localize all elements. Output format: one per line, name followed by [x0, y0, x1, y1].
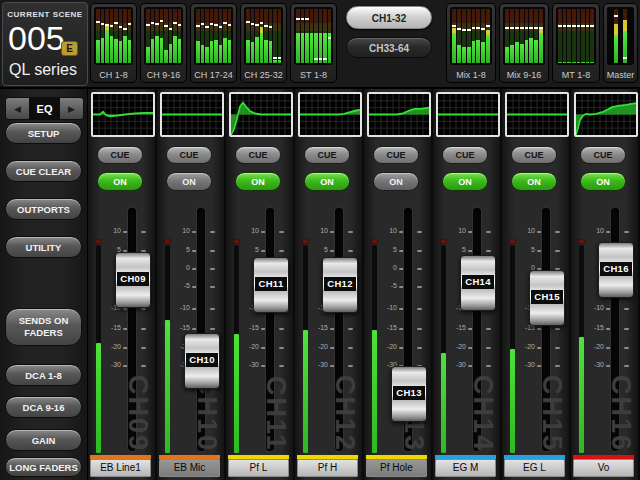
current-scene-panel: CURRENT SCENE 005 E QL series [2, 2, 88, 86]
fader-cap-label: CH11 [255, 277, 287, 291]
eq-curve-thumbnail[interactable] [91, 92, 155, 137]
channel-name-label[interactable]: EB Mic [159, 459, 220, 477]
meter-window [503, 7, 545, 65]
fader-area: 1050-5-10-15-20-30CH10CH10 [157, 201, 224, 453]
on-button[interactable]: ON [442, 172, 488, 191]
fader-cap[interactable]: CH16 [598, 242, 634, 298]
fader-scale-label: 10 [433, 227, 466, 235]
fader-cap-label: CH13 [393, 386, 425, 400]
fader-cap[interactable]: CH09 [115, 252, 151, 308]
scale-tick [279, 231, 284, 233]
channel-watermark: CH14 [467, 375, 498, 452]
scale-tick [624, 365, 629, 367]
on-button[interactable]: ON [580, 172, 626, 191]
fader-scale-label: -15 [88, 324, 121, 332]
cue-button[interactable]: CUE [442, 146, 488, 164]
outports-button[interactable]: OUTPORTS [5, 198, 82, 220]
eq-curve-thumbnail[interactable] [367, 92, 431, 137]
dca-1-8-button[interactable]: DCA 1-8 [5, 364, 82, 386]
meter-block-label: CH 9-16 [141, 70, 186, 80]
scale-tick [210, 250, 215, 252]
cue-button[interactable]: CUE [511, 146, 557, 164]
meter-block-mix-9-16[interactable]: Mix 9-16 [499, 3, 549, 83]
meter-window [294, 7, 333, 65]
fader-scale-label: -20 [295, 343, 328, 351]
view-next-arrow-button[interactable]: ▶ [60, 98, 83, 119]
eq-curve-thumbnail[interactable] [505, 92, 569, 137]
fader-scale-label: 10 [295, 227, 328, 235]
bank-button-ch33-64[interactable]: CH33-64 [346, 37, 432, 58]
fader-cap[interactable]: CH11 [253, 257, 289, 313]
scale-tick [279, 365, 284, 367]
scale-tick [624, 231, 629, 233]
cue-button[interactable]: CUE [373, 146, 419, 164]
channel-name-label[interactable]: EG M [435, 459, 496, 477]
fader-scale-label: -15 [226, 324, 259, 332]
eq-curve-thumbnail[interactable] [436, 92, 500, 137]
cue-button[interactable]: CUE [97, 146, 143, 164]
meter-bar [119, 9, 123, 63]
fader-cap[interactable]: CH12 [322, 257, 358, 313]
meter-block-ch-25-32[interactable]: CH 25-32 [240, 3, 287, 83]
fader-cap[interactable]: CH13 [391, 366, 427, 422]
channel-name-label[interactable]: EB Line1 [90, 459, 151, 477]
meter-block-mt-1-8[interactable]: MT 1-8 [552, 3, 600, 83]
fader-scale-label: -20 [433, 343, 466, 351]
fader-cap[interactable]: CH10 [184, 333, 220, 389]
channel-meter-fill [234, 334, 239, 453]
channel-name-label[interactable]: Vo [573, 459, 634, 477]
cue-button[interactable]: CUE [580, 146, 626, 164]
channel-name-label[interactable]: EG L [504, 459, 565, 477]
scale-tick [417, 231, 422, 233]
meter-block-st-1-8[interactable]: ST 1-8 [290, 3, 337, 83]
eq-curve-thumbnail[interactable] [160, 92, 224, 137]
scale-tick [417, 347, 422, 349]
meter-bar [273, 9, 277, 63]
cue-button[interactable]: CUE [304, 146, 350, 164]
meter-bar [269, 9, 273, 63]
utility-button[interactable]: UTILITY [5, 236, 82, 258]
setup-button[interactable]: SETUP [5, 122, 82, 144]
bank-button-ch1-32[interactable]: CH1-32 [346, 6, 432, 29]
on-button[interactable]: ON [166, 172, 212, 191]
gain-button[interactable]: GAIN [5, 429, 82, 451]
scale-tick [486, 347, 491, 349]
fader-scale-label: 5 [502, 246, 535, 254]
fader-cap[interactable]: CH15 [529, 270, 565, 326]
meter-bar [467, 9, 471, 63]
meter-block-ch-9-16[interactable]: CH 9-16 [140, 3, 187, 83]
eq-curve-thumbnail[interactable] [298, 92, 362, 137]
eq-curve-thumbnail[interactable] [229, 92, 293, 137]
meter-bar [223, 9, 227, 63]
meter-bar [210, 9, 214, 63]
channel-name-label[interactable]: Pf L [228, 459, 289, 477]
on-button[interactable]: ON [373, 172, 419, 191]
scale-tick [555, 347, 560, 349]
sends-on-faders-button[interactable]: SENDS ON FADERS [5, 308, 82, 346]
on-button[interactable]: ON [97, 172, 143, 191]
fader-cap-label: CH12 [324, 277, 356, 291]
fader-scale-label: -30 [88, 361, 121, 369]
fader-cap[interactable]: CH14 [460, 255, 496, 311]
cue-button[interactable]: CUE [235, 146, 281, 164]
view-prev-arrow-button[interactable]: ◀ [6, 98, 29, 119]
on-button[interactable]: ON [304, 172, 350, 191]
meter-bar [590, 9, 594, 63]
meter-block-ch-1-8[interactable]: CH 1-8 [90, 3, 137, 83]
fader-scale-label: 10 [157, 227, 190, 235]
cue-button[interactable]: CUE [166, 146, 212, 164]
channel-name-label[interactable]: Pf H [297, 459, 358, 477]
on-button[interactable]: ON [235, 172, 281, 191]
on-button[interactable]: ON [511, 172, 557, 191]
meter-block-ch-17-24[interactable]: CH 17-24 [190, 3, 237, 83]
fader-cap-label: CH16 [600, 262, 632, 276]
fader-scale-label: -20 [226, 343, 259, 351]
eq-curve-thumbnail[interactable] [574, 92, 638, 137]
long-faders-button[interactable]: LONG FADERS [5, 457, 82, 477]
meter-block-mix-1-8[interactable]: Mix 1-8 [446, 3, 496, 83]
channel-name-label[interactable]: Pf Hole [366, 459, 427, 477]
meter-block-master[interactable]: Master [603, 3, 638, 83]
cue-clear-button[interactable]: CUE CLEAR [5, 160, 82, 182]
dca-9-16-button[interactable]: DCA 9-16 [5, 396, 82, 418]
channel-strip-ch10: CUEON1050-5-10-15-20-30CH10CH10EB Mic [157, 89, 226, 480]
